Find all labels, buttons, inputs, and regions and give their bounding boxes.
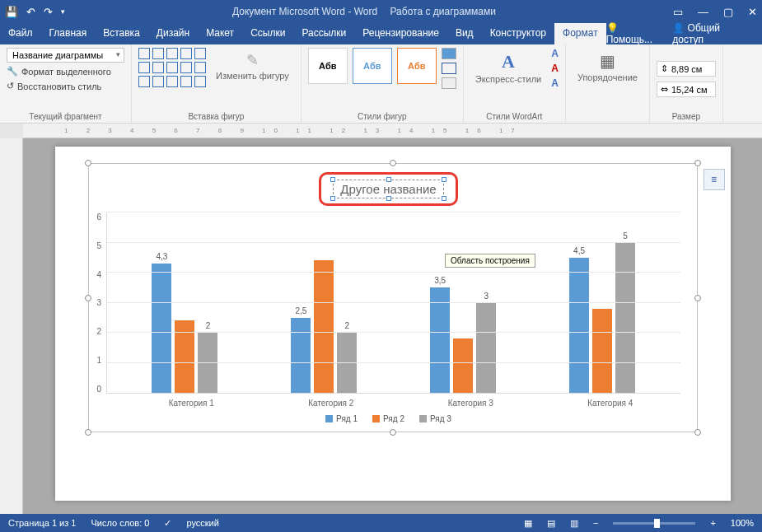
vertical-ruler (0, 138, 23, 514)
tab-references[interactable]: Ссылки (242, 23, 293, 44)
bar[interactable]: 2,5 (291, 318, 311, 393)
save-icon[interactable]: 💾 (5, 6, 18, 18)
group-insert-shapes: ✎ Изменить фигуру Вставка фигур (132, 44, 302, 123)
tab-constructor[interactable]: Конструктор (482, 23, 554, 44)
group-label-size: Размер (657, 112, 716, 121)
tab-mailings[interactable]: Рассылки (293, 23, 354, 44)
change-shape-button[interactable]: ✎ Изменить фигуру (211, 48, 294, 84)
group-arrange: ▦ Упорядочение (566, 44, 650, 123)
height-input[interactable]: ⇕8,89 см (657, 61, 716, 77)
view-print-icon[interactable]: ▤ (547, 518, 555, 529)
resize-handle[interactable] (85, 295, 91, 301)
legend: Ряд 1Ряд 2Ряд 3 (97, 414, 680, 423)
tab-review[interactable]: Рецензирование (354, 23, 447, 44)
zoom-level[interactable]: 100% (731, 518, 754, 528)
bar[interactable] (314, 260, 334, 393)
bar[interactable] (453, 338, 473, 393)
resize-handle[interactable] (85, 429, 91, 436)
view-read-icon[interactable]: ▦ (524, 518, 532, 529)
annotation-highlight: Другое название (319, 172, 457, 206)
bar[interactable] (592, 309, 612, 393)
layout-options-button[interactable]: ≡ (704, 169, 725, 190)
format-selection-icon: 🔧 (7, 66, 18, 77)
zoom-out-icon[interactable]: − (593, 518, 598, 528)
redo-icon[interactable]: ↷ (44, 6, 53, 18)
y-axis: 0123456 (97, 212, 107, 394)
shape-effects-button[interactable] (442, 77, 456, 89)
bar[interactable]: 4,3 (152, 264, 171, 393)
language-indicator[interactable]: русский (186, 518, 218, 528)
maximize-icon[interactable]: ▢ (723, 6, 733, 18)
chart-container[interactable]: ≡ Другое название 0123456 4,322,523,534,… (88, 163, 698, 432)
bar-group[interactable]: 2,52 (291, 212, 357, 393)
view-web-icon[interactable]: ▥ (570, 518, 578, 529)
text-outline-button[interactable]: A (551, 63, 559, 74)
window-controls: ▭ — ▢ ✕ (673, 6, 757, 18)
bar-group[interactable]: 3,53 (430, 212, 496, 393)
tab-format[interactable]: Формат (554, 23, 606, 44)
arrange-button[interactable]: ▦ Упорядочение (573, 48, 643, 86)
tab-home[interactable]: Главная (41, 23, 96, 44)
group-label-wordart: Стили WordArt (470, 112, 559, 121)
resize-handle[interactable] (390, 429, 396, 436)
tab-file[interactable]: Файл (0, 23, 41, 44)
arrange-icon: ▦ (600, 51, 615, 71)
shape-gallery[interactable] (138, 48, 206, 87)
group-shape-styles: Абв Абв Абв Стили фигур (302, 44, 464, 123)
plot-area[interactable]: 4,322,523,534,55 Область построения (106, 212, 680, 394)
resize-handle[interactable] (694, 295, 701, 301)
bar[interactable]: 5 (615, 243, 635, 394)
statusbar: Страница 1 из 1 Число слов: 0 ✓ русский … (0, 514, 762, 532)
resize-handle[interactable] (694, 160, 701, 166)
tab-view[interactable]: Вид (447, 23, 482, 44)
text-effects-button[interactable]: A (551, 77, 559, 89)
group-wordart: A Экспресс-стили A A A Стили WordArt (464, 44, 566, 123)
zoom-in-icon[interactable]: + (710, 518, 715, 528)
shape-style-2[interactable]: Абв (353, 48, 392, 84)
shape-outline-button[interactable] (442, 63, 456, 74)
help-icon[interactable]: 💡 Помощь... (606, 22, 668, 45)
ribbon-options-icon[interactable]: ▭ (673, 6, 683, 18)
titlebar: 💾 ↶ ↷ ▾ Документ Microsoft Word - Word Р… (0, 0, 762, 23)
group-current-fragment: Название диаграммы 🔧Формат выделенного ↺… (0, 44, 132, 123)
spellcheck-icon[interactable]: ✓ (164, 518, 171, 529)
shape-fill-button[interactable] (442, 48, 456, 59)
resize-handle[interactable] (390, 160, 396, 166)
quick-access-toolbar: 💾 ↶ ↷ ▾ (5, 6, 65, 18)
height-icon: ⇕ (661, 63, 668, 74)
group-label-shapestyles: Стили фигур (308, 112, 456, 121)
page-indicator[interactable]: Страница 1 из 1 (8, 518, 76, 528)
close-icon[interactable]: ✕ (748, 6, 757, 18)
text-fill-button[interactable]: A (551, 48, 559, 59)
tab-design[interactable]: Дизайн (148, 23, 198, 44)
contextual-tab-label: Работа с диаграммами (381, 4, 507, 19)
format-selection-button[interactable]: 🔧Формат выделенного (7, 65, 124, 77)
reset-style-button[interactable]: ↺Восстановить стиль (7, 80, 124, 92)
word-count[interactable]: Число слов: 0 (91, 518, 149, 528)
wordart-express-button[interactable]: A Экспресс-стили (470, 48, 546, 87)
bar[interactable]: 3,5 (430, 287, 450, 393)
group-label-fragment: Текущий фрагмент (7, 112, 124, 121)
share-button[interactable]: 👤 Общий доступ (672, 22, 754, 45)
tab-insert[interactable]: Вставка (95, 23, 148, 44)
reset-icon: ↺ (7, 81, 14, 91)
tab-layout[interactable]: Макет (198, 23, 242, 44)
minimize-icon[interactable]: — (698, 6, 708, 18)
resize-handle[interactable] (694, 429, 701, 436)
horizontal-ruler: 1 2 3 4 5 6 7 8 9 10 11 12 13 14 15 16 1… (23, 124, 762, 138)
document-area[interactable]: ≡ Другое название 0123456 4,322,523,534,… (23, 138, 762, 514)
bar-group[interactable]: 4,55 (569, 212, 635, 393)
bar-group[interactable]: 4,32 (152, 212, 217, 393)
zoom-slider[interactable] (613, 522, 695, 525)
chart-plot[interactable]: 0123456 4,322,523,534,55 Область построе… (97, 212, 680, 394)
x-axis: Категория 1Категория 2Категория 3Категор… (122, 399, 680, 408)
chart-element-selector[interactable]: Название диаграммы (7, 48, 124, 63)
shape-style-1[interactable]: Абв (308, 48, 348, 84)
width-input[interactable]: ⇔15,24 см (657, 82, 716, 97)
resize-handle[interactable] (85, 160, 91, 166)
undo-icon[interactable]: ↶ (26, 6, 35, 18)
chart-title[interactable]: Другое название (333, 180, 443, 198)
bar[interactable]: 3 (476, 303, 496, 394)
bar[interactable]: 4,5 (569, 258, 589, 393)
shape-style-3[interactable]: Абв (397, 48, 437, 84)
